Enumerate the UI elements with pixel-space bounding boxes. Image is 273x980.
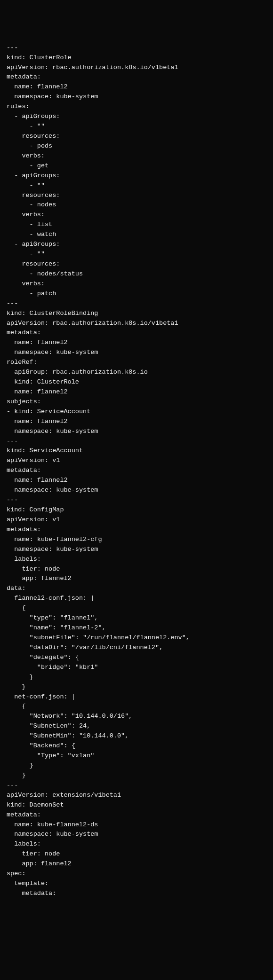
yaml-code-block: --- kind: ClusterRole apiVersion: rbac.a…	[7, 43, 266, 899]
